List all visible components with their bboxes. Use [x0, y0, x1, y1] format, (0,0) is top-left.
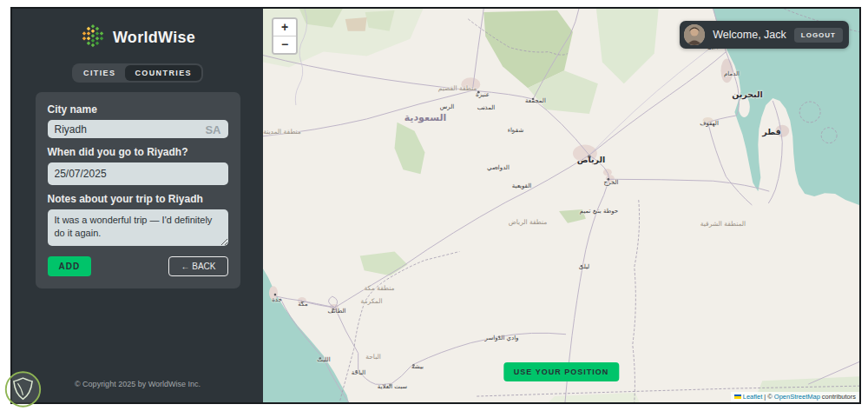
date-input[interactable] — [48, 162, 228, 185]
back-button[interactable]: ← BACK — [168, 256, 227, 276]
logout-button[interactable]: LOGOUT — [794, 28, 843, 43]
welcome-text: Welcome, Jack — [713, 29, 786, 41]
notes-label: Notes about your trip to Riyadh — [48, 193, 228, 205]
notes-textarea[interactable]: It was a wonderful trip — I'd definitely… — [48, 209, 228, 246]
map-canvas[interactable] — [263, 9, 859, 402]
map-zoom-control: + − — [272, 17, 298, 55]
copyright-footer: © Copyright 2025 by WorldWise Inc. — [75, 380, 201, 388]
add-city-form: City name SA When did you go to Riyadh? … — [36, 92, 240, 288]
use-position-button[interactable]: USE YOUR POSITION — [503, 362, 619, 381]
ukraine-flag-icon — [734, 394, 741, 399]
city-name-label: City name — [48, 103, 228, 116]
zoom-in-button[interactable]: + — [273, 19, 296, 36]
add-button[interactable]: ADD — [48, 256, 92, 276]
app-window: WorldWise CITIES COUNTRIES City name SA … — [10, 7, 861, 404]
tab-cities[interactable]: CITIES — [74, 65, 125, 81]
map-container[interactable]: السعوديةمنطقة القصيمعنيزةالمذنبالرسالمجم… — [263, 9, 859, 402]
attribution-separator: | © — [764, 393, 773, 401]
app-nav: CITIES COUNTRIES — [72, 63, 203, 83]
brand-name: WorldWise — [113, 29, 195, 47]
attribution-suffix: contributors — [822, 393, 856, 401]
zoom-out-button[interactable]: − — [273, 36, 296, 53]
worldwise-globe-icon — [80, 23, 106, 52]
city-name-input[interactable] — [48, 120, 228, 138]
country-flag-code: SA — [205, 123, 220, 136]
tab-countries[interactable]: COUNTRIES — [125, 65, 201, 81]
user-avatar — [684, 24, 705, 45]
sidebar: WorldWise CITIES COUNTRIES City name SA … — [12, 9, 263, 402]
brand[interactable]: WorldWise — [80, 23, 195, 52]
leaflet-link[interactable]: Leaflet — [743, 393, 763, 401]
user-bar: Welcome, Jack LOGOUT — [680, 21, 849, 49]
osm-link[interactable]: OpenStreetMap — [774, 393, 820, 401]
map-attribution: Leaflet | © OpenStreetMap contributors — [731, 392, 859, 402]
date-label: When did you go to Riyadh? — [48, 146, 228, 158]
